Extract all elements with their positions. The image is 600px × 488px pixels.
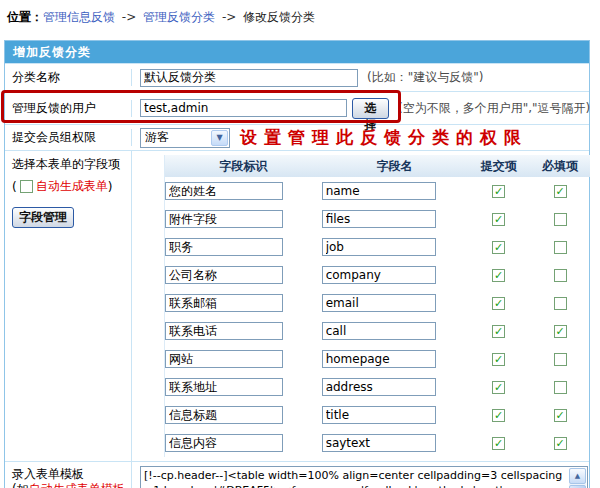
field-id-input[interactable] [165, 406, 283, 424]
field-id-input[interactable] [165, 378, 283, 396]
header-field-name: 字段名 [322, 155, 468, 177]
field-id-input[interactable] [165, 434, 283, 452]
category-name-input[interactable] [140, 69, 358, 87]
template-label-cell: 录入表单模板 (如自动生成表单模板 不用该模板内容) [5, 462, 132, 488]
field-row: ✓ [165, 289, 590, 317]
breadcrumb-link-manage-info-feedback[interactable]: 管理信息反馈 [43, 10, 115, 24]
field-row: ✓✓ [165, 177, 590, 205]
submit-item-checkbox[interactable]: ✓ [492, 353, 505, 366]
submit-item-checkbox[interactable]: ✓ [492, 297, 505, 310]
auto-generate-paren-close: ) [108, 180, 113, 194]
auto-generate-form-label: 自动生成表单 [36, 178, 108, 195]
field-row: ✓✓ [165, 317, 590, 345]
field-name-input[interactable] [322, 406, 436, 424]
category-name-row: 分类名称 (比如："建议与反馈") [5, 63, 589, 91]
add-feedback-category-panel: 增加反馈分类 分类名称 (比如："建议与反馈") 管理反馈的用户 选择 (空为不… [4, 40, 590, 488]
template-note-line1: (如自动生成表单模板 [12, 482, 131, 488]
fields-table-header: 字段标识 字段名 提交项 必填项 [165, 155, 590, 177]
category-name-hint: (比如："建议与反馈") [367, 69, 483, 86]
template-note-prefix: (如 [12, 482, 29, 488]
member-group-row: 提交会员组权限 游客 ▼ 设置管理此反馈分类的权限 [5, 124, 589, 150]
field-row: ✓ [165, 205, 590, 233]
field-name-input[interactable] [322, 434, 436, 452]
permission-annotation-text: 设置管理此反馈分类的权限 [240, 126, 528, 149]
field-row: ✓✓ [165, 401, 590, 429]
required-item-checkbox[interactable]: ✓ [554, 185, 567, 198]
submit-item-checkbox[interactable]: ✓ [492, 185, 505, 198]
required-item-checkbox[interactable] [554, 297, 567, 310]
required-item-checkbox[interactable] [554, 213, 567, 226]
submit-item-checkbox[interactable]: ✓ [492, 409, 505, 422]
fields-section-label: 选择本表单的字段项 [12, 156, 131, 173]
breadcrumb-separator: -> [122, 10, 136, 24]
chevron-down-icon[interactable]: ▼ [211, 130, 228, 146]
fields-section-label-cell: 选择本表单的字段项 ( 自动生成表单 ) 字段管理 [5, 151, 132, 461]
manage-users-label: 管理反馈的用户 [5, 100, 132, 117]
required-item-checkbox[interactable] [554, 353, 567, 366]
submit-item-checkbox[interactable]: ✓ [492, 269, 505, 282]
submit-item-checkbox[interactable]: ✓ [492, 381, 505, 394]
field-row: ✓✓ [165, 429, 590, 457]
header-required-item: 必填项 [530, 155, 590, 177]
field-id-input[interactable] [165, 294, 283, 312]
field-row: ✓ [165, 345, 590, 373]
member-group-label: 提交会员组权限 [5, 129, 132, 146]
member-group-select[interactable]: 游客 ▼ [140, 128, 230, 148]
scroll-up-arrow-icon[interactable]: ▲ [569, 468, 586, 484]
field-name-input[interactable] [322, 378, 436, 396]
field-row: ✓ [165, 373, 590, 401]
fields-table-body: ✓✓✓✓✓✓✓✓✓✓✓✓✓✓ [165, 177, 590, 457]
template-textarea[interactable]: [!--cp.header--]<table width=100% align=… [140, 466, 588, 488]
auto-generate-form-line: ( 自动生成表单 ) [12, 178, 131, 195]
template-row: 录入表单模板 (如自动生成表单模板 不用该模板内容) [!--cp.header… [5, 461, 589, 488]
breadcrumb-current-page: 修改反馈分类 [243, 10, 315, 24]
field-name-input[interactable] [322, 238, 436, 256]
textarea-scrollbar[interactable]: ▲ [569, 468, 586, 488]
submit-item-checkbox[interactable]: ✓ [492, 325, 505, 338]
field-manage-button[interactable]: 字段管理 [12, 207, 74, 228]
submit-item-checkbox[interactable]: ✓ [492, 437, 505, 450]
field-id-input[interactable] [165, 322, 283, 340]
required-item-checkbox[interactable]: ✓ [554, 437, 567, 450]
header-submit-item: 提交项 [467, 155, 530, 177]
panel-title: 增加反馈分类 [5, 41, 589, 63]
manage-users-input[interactable] [140, 99, 347, 117]
fields-table: 字段标识 字段名 提交项 必填项 ✓✓✓✓✓✓✓✓✓✓✓✓✓✓ [164, 155, 590, 457]
template-textarea-content[interactable]: [!--cp.header--]<table width=100% align=… [144, 468, 566, 488]
fields-section-row: 选择本表单的字段项 ( 自动生成表单 ) 字段管理 字段标识 字段名 提交项 必… [5, 150, 589, 461]
required-item-checkbox[interactable]: ✓ [554, 409, 567, 422]
field-name-input[interactable] [322, 294, 436, 312]
field-id-input[interactable] [165, 210, 283, 228]
field-id-input[interactable] [165, 238, 283, 256]
required-item-checkbox[interactable] [554, 381, 567, 394]
field-name-input[interactable] [322, 210, 436, 228]
field-name-input[interactable] [322, 322, 436, 340]
field-id-input[interactable] [165, 350, 283, 368]
field-row: ✓ [165, 233, 590, 261]
template-label: 录入表单模板 [12, 467, 131, 482]
submit-item-checkbox[interactable]: ✓ [492, 213, 505, 226]
required-item-checkbox[interactable] [554, 241, 567, 254]
breadcrumb-prefix: 位置： [7, 10, 43, 24]
select-users-button[interactable]: 选择 [352, 98, 389, 119]
member-group-selected-value: 游客 [141, 129, 211, 146]
required-item-checkbox[interactable] [554, 269, 567, 282]
field-id-input[interactable] [165, 266, 283, 284]
manage-users-hint: (空为不限，多个用户用","逗号隔开) [398, 100, 590, 117]
template-note-red: 自动生成表单模板 [29, 482, 125, 488]
header-field-id: 字段标识 [165, 155, 322, 177]
auto-generate-paren-open: ( [12, 180, 17, 194]
field-id-input[interactable] [165, 182, 283, 200]
submit-item-checkbox[interactable]: ✓ [492, 241, 505, 254]
field-name-input[interactable] [322, 350, 436, 368]
required-item-checkbox[interactable]: ✓ [554, 325, 567, 338]
field-name-input[interactable] [322, 266, 436, 284]
category-name-label: 分类名称 [5, 69, 132, 86]
field-name-input[interactable] [322, 182, 436, 200]
breadcrumb: 位置：管理信息反馈 -> 管理反馈分类 -> 修改反馈分类 [0, 0, 600, 26]
auto-generate-form-checkbox[interactable] [20, 180, 33, 193]
breadcrumb-separator: -> [222, 10, 236, 24]
breadcrumb-link-manage-feedback-category[interactable]: 管理反馈分类 [143, 10, 215, 24]
manage-users-row: 管理反馈的用户 选择 (空为不限，多个用户用","逗号隔开) [5, 91, 589, 124]
field-row: ✓ [165, 261, 590, 289]
